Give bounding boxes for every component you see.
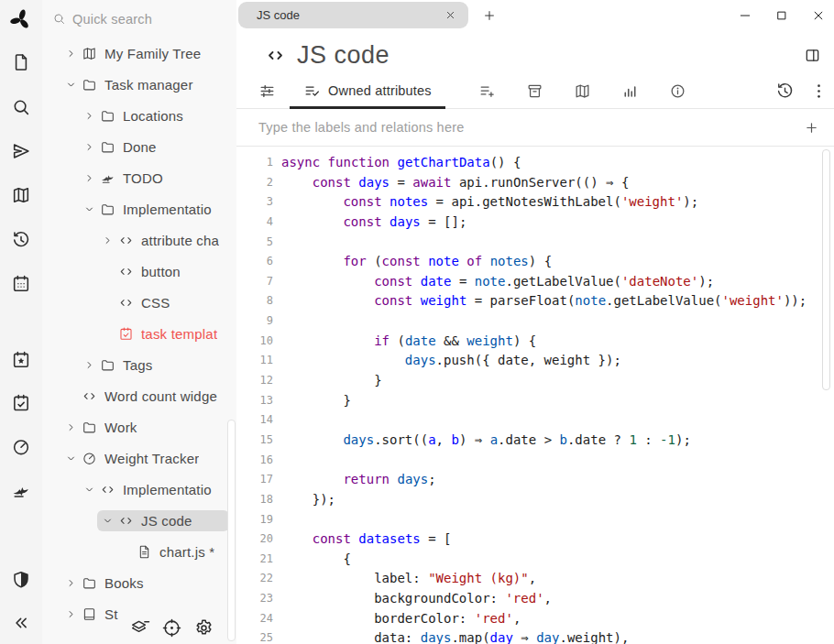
jump-to-icon[interactable] <box>11 141 31 161</box>
folder-icon <box>100 139 115 155</box>
layers-minus-icon[interactable] <box>129 617 150 639</box>
tab-bar: JS code <box>236 0 834 30</box>
list-plus-button[interactable] <box>464 73 511 108</box>
code-text: } <box>281 391 351 411</box>
line-number: 14 <box>236 410 273 431</box>
chevron-right-icon[interactable] <box>65 48 77 60</box>
code-text: data: days.map(day ⇒ day.weight), <box>281 628 629 644</box>
chevron-down-icon[interactable] <box>65 79 77 91</box>
chevron-right-icon[interactable] <box>65 421 77 433</box>
ribbon-tab-owned-attributes[interactable]: Owned attributes <box>290 73 445 108</box>
folder-icon <box>82 575 97 591</box>
task-check-icon <box>118 326 134 342</box>
protected-session-icon[interactable] <box>11 570 31 590</box>
chevron-down-icon[interactable] <box>65 453 77 464</box>
close-tab-icon[interactable] <box>444 9 456 21</box>
code-line: 11 days.push({ date, weight }); <box>236 351 834 371</box>
code-line: 14 <box>236 410 834 431</box>
line-number: 7 <box>236 272 273 292</box>
calendar-icon[interactable] <box>11 274 31 294</box>
ribbon-toolbar: Owned attributes <box>236 73 834 109</box>
tab-label: JS code <box>257 8 444 22</box>
attributes-row: Type the labels and relations here <box>236 109 834 147</box>
tree-item-my-family-tree[interactable]: My Family Tree <box>42 38 236 69</box>
attribute-input[interactable]: Type the labels and relations here <box>258 120 804 135</box>
recent-changes-button[interactable] <box>775 82 795 101</box>
info-button[interactable] <box>654 73 702 108</box>
folder-icon <box>82 77 97 93</box>
chevron-right-icon[interactable] <box>83 359 95 371</box>
line-number: 9 <box>236 311 273 332</box>
add-attribute-button[interactable] <box>804 120 819 136</box>
folder-icon <box>100 357 115 373</box>
chevron-down-icon[interactable] <box>102 515 114 527</box>
bookmarked-date-icon[interactable] <box>11 350 31 370</box>
recent-changes-icon[interactable] <box>11 230 31 250</box>
chevron-down-icon[interactable] <box>83 484 95 496</box>
tree-item-css[interactable]: CSS <box>42 287 236 318</box>
tree-item-chart-js[interactable]: chart.js * <box>42 536 236 567</box>
code-editor[interactable]: 1async function getChartData() {2 const … <box>236 147 834 644</box>
code-text: const datasets = [ <box>281 529 451 550</box>
note-map-button[interactable] <box>559 73 607 108</box>
close-button[interactable] <box>811 8 826 23</box>
tree-item-done[interactable]: Done <box>42 131 236 162</box>
bar-chart-button[interactable] <box>607 73 654 108</box>
chevron-right-icon[interactable] <box>83 141 95 153</box>
chevron-right-icon[interactable] <box>83 172 95 184</box>
search-icon <box>52 12 66 26</box>
tree-item-tags[interactable]: Tags <box>42 349 236 380</box>
tab-js-code[interactable]: JS code <box>238 2 468 28</box>
tree-item-js-code[interactable]: JS code <box>42 505 236 536</box>
tree-item-task-manager[interactable]: Task manager <box>42 69 236 100</box>
collapse-tree-icon[interactable] <box>11 613 31 633</box>
quick-search-input[interactable]: Quick search <box>42 0 236 38</box>
tree-item-books[interactable]: Books <box>42 567 236 598</box>
chevron-down-icon[interactable] <box>83 203 95 215</box>
tree-item-label: Locations <box>123 108 183 124</box>
line-number: 20 <box>236 529 273 550</box>
note-map-icon[interactable] <box>11 185 31 205</box>
tree-item-label: TODO <box>123 170 163 186</box>
archive-button[interactable] <box>511 73 559 108</box>
note-title[interactable]: JS code <box>297 41 390 70</box>
dashboard-icon[interactable] <box>11 437 31 457</box>
tree-item-attribute-cha[interactable]: attribute cha <box>42 224 236 256</box>
code-icon <box>118 295 134 311</box>
tree-item-implementatio[interactable]: Implementatio <box>42 474 236 505</box>
tree-item-work[interactable]: Work <box>42 411 236 442</box>
chevron-right-icon[interactable] <box>83 110 95 122</box>
tree-item-todo[interactable]: TODO <box>42 162 236 193</box>
tree-item-label: My Family Tree <box>104 46 201 61</box>
tree-item-weight-tracker[interactable]: Weight Tracker <box>42 442 236 474</box>
split-pane-button[interactable] <box>804 47 821 64</box>
chevron-right-icon[interactable] <box>65 577 77 589</box>
tree-item-word-count-widge[interactable]: Word count widge <box>42 380 236 411</box>
code-icon <box>118 264 134 279</box>
task-check-icon[interactable] <box>11 393 31 413</box>
tree-item-label: task templat <box>141 326 217 342</box>
tree-item-task-templat[interactable]: task templat <box>42 318 236 349</box>
kebab-button[interactable] <box>809 82 829 101</box>
new-note-icon[interactable] <box>11 52 31 72</box>
search-icon[interactable] <box>11 97 31 117</box>
gear-icon[interactable] <box>193 617 214 639</box>
editor-scrollbar[interactable] <box>822 149 830 390</box>
chevron-right-icon[interactable] <box>102 235 114 246</box>
sliders-button[interactable] <box>244 73 290 108</box>
chevron-right-icon[interactable] <box>65 608 77 620</box>
line-number: 11 <box>236 351 273 371</box>
tree-item-locations[interactable]: Locations <box>42 100 236 131</box>
maximize-button[interactable] <box>774 8 789 23</box>
code-icon <box>100 482 115 497</box>
tree-item-implementatio[interactable]: Implementatio <box>42 193 236 224</box>
minimize-button[interactable] <box>738 8 752 23</box>
tree-item-button[interactable]: button <box>42 256 236 287</box>
tree-item-label: Weight Tracker <box>104 451 199 466</box>
code-text: }); <box>281 490 335 510</box>
new-tab-button[interactable] <box>482 8 497 23</box>
tree-scrollbar[interactable] <box>227 420 236 641</box>
target-icon[interactable] <box>161 617 182 639</box>
info-icon <box>669 82 686 100</box>
swallow-icon[interactable] <box>11 481 31 501</box>
